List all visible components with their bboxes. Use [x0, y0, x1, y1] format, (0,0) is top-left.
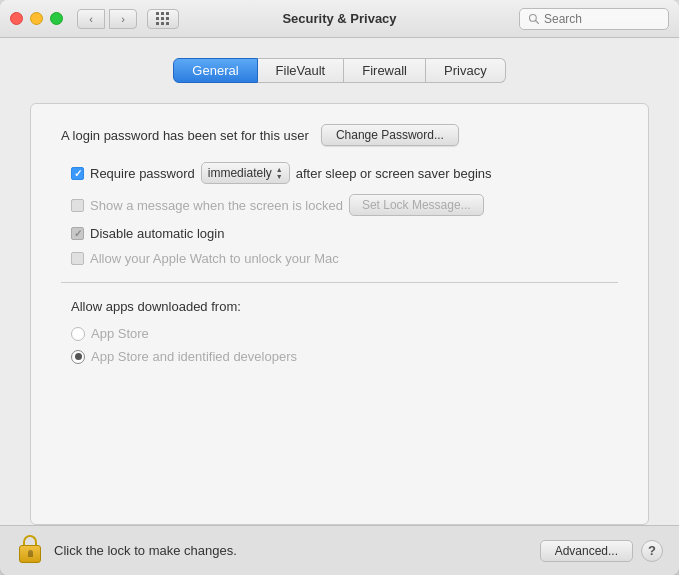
login-password-row: A login password has been set for this u… [61, 124, 618, 146]
window-title: Security & Privacy [282, 11, 396, 26]
dropdown-arrows-icon: ▲ ▼ [276, 166, 283, 180]
search-box[interactable] [519, 8, 669, 30]
allow-apps-section: Allow apps downloaded from: App Store Ap… [61, 299, 618, 364]
radio-identified-label: App Store and identified developers [91, 349, 297, 364]
bottom-bar: Click the lock to make changes. Advanced… [0, 525, 679, 575]
minimize-button[interactable] [30, 12, 43, 25]
main-panel: A login password has been set for this u… [30, 103, 649, 525]
require-password-row: Require password immediately ▲ ▼ after s… [71, 162, 618, 184]
advanced-button[interactable]: Advanced... [540, 540, 633, 562]
maximize-button[interactable] [50, 12, 63, 25]
search-icon [528, 13, 540, 25]
window: ‹ › Security & Privacy General FileVault… [0, 0, 679, 575]
show-message-checkbox[interactable] [71, 199, 84, 212]
grid-view-button[interactable] [147, 9, 179, 29]
svg-line-1 [536, 20, 539, 23]
disable-autologin-checkbox[interactable] [71, 227, 84, 240]
titlebar: ‹ › Security & Privacy [0, 0, 679, 38]
after-sleep-text: after sleep or screen saver begins [296, 166, 492, 181]
allow-watch-checkbox[interactable] [71, 252, 84, 265]
tab-filevault[interactable]: FileVault [258, 58, 345, 83]
immediately-dropdown[interactable]: immediately ▲ ▼ [201, 162, 290, 184]
nav-buttons: ‹ › [77, 9, 137, 29]
radio-app-store[interactable] [71, 327, 85, 341]
radio-app-store-label: App Store [91, 326, 149, 341]
traffic-lights [10, 12, 63, 25]
allow-watch-row: Allow your Apple Watch to unlock your Ma… [71, 251, 618, 266]
divider [61, 282, 618, 283]
bottom-right-controls: Advanced... ? [540, 540, 663, 562]
lock-message-text: Click the lock to make changes. [54, 543, 237, 558]
tab-privacy[interactable]: Privacy [426, 58, 506, 83]
immediately-value: immediately [208, 166, 272, 180]
disable-autologin-label: Disable automatic login [90, 226, 224, 241]
tab-firewall[interactable]: Firewall [344, 58, 426, 83]
require-password-checkbox[interactable] [71, 167, 84, 180]
help-button[interactable]: ? [641, 540, 663, 562]
search-input[interactable] [544, 12, 654, 26]
close-button[interactable] [10, 12, 23, 25]
lock-shackle [23, 535, 37, 545]
allow-apps-title: Allow apps downloaded from: [71, 299, 618, 314]
login-password-text: A login password has been set for this u… [61, 128, 309, 143]
forward-button[interactable]: › [109, 9, 137, 29]
options-section: Require password immediately ▲ ▼ after s… [71, 162, 618, 266]
show-message-row: Show a message when the screen is locked… [71, 194, 618, 216]
lock-icon[interactable] [16, 535, 44, 567]
disable-autologin-row: Disable automatic login [71, 226, 618, 241]
back-button[interactable]: ‹ [77, 9, 105, 29]
grid-icon [156, 12, 170, 26]
radio-identified-developers[interactable] [71, 350, 85, 364]
set-lock-message-button[interactable]: Set Lock Message... [349, 194, 484, 216]
tabs: General FileVault Firewall Privacy [30, 58, 649, 83]
require-password-label: Require password [90, 166, 195, 181]
content: General FileVault Firewall Privacy A log… [0, 38, 679, 525]
change-password-button[interactable]: Change Password... [321, 124, 459, 146]
show-message-label: Show a message when the screen is locked [90, 198, 343, 213]
lock-keyhole [28, 550, 33, 557]
lock-body [19, 545, 41, 563]
allow-watch-label: Allow your Apple Watch to unlock your Ma… [90, 251, 339, 266]
radio-app-store-row: App Store [71, 326, 618, 341]
radio-identified-row: App Store and identified developers [71, 349, 618, 364]
tab-general[interactable]: General [173, 58, 257, 83]
